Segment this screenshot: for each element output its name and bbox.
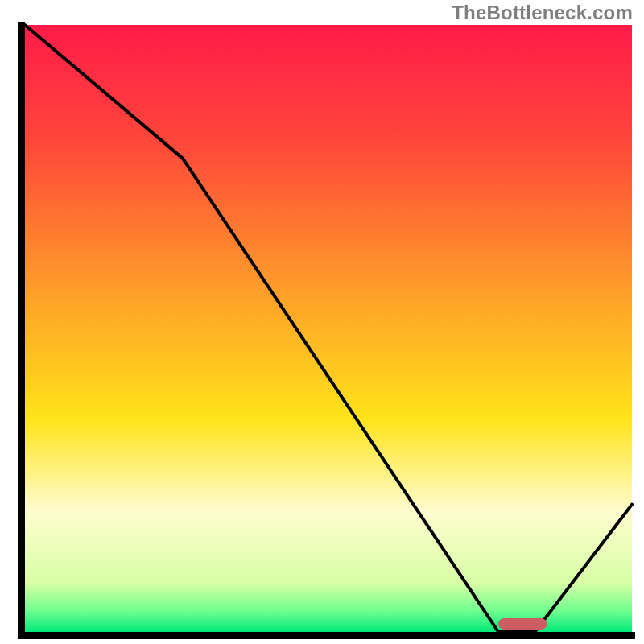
chart-canvas <box>0 0 644 644</box>
optimal-marker <box>498 618 547 630</box>
plot-background <box>25 25 632 632</box>
chart-wrapper: TheBottleneck.com <box>0 0 644 644</box>
